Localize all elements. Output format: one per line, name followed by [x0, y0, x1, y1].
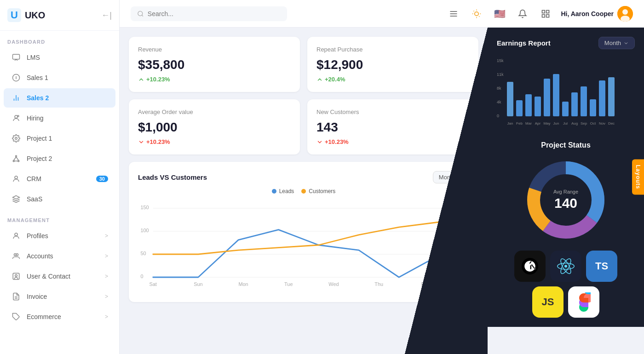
svg-rect-71	[562, 102, 569, 116]
avg-order-change: +10.23%	[138, 138, 291, 145]
sidebar-item-project2[interactable]: Project 2	[4, 149, 115, 168]
search-box[interactable]	[131, 6, 287, 21]
search-icon	[137, 10, 144, 17]
figma-icon[interactable]	[568, 286, 599, 318]
profiles-arrow-icon: >	[105, 233, 108, 239]
earnings-bar-chart: 15k 11k 8k 4k 0	[497, 57, 635, 130]
sidebar-item-sales2[interactable]: Sales 2	[4, 88, 115, 108]
sidebar-item-hiring[interactable]: Hiring	[4, 108, 115, 128]
content-dark: Earnings Report Month 15k 11k 8k 4k 0	[488, 28, 644, 327]
metrics-grid: Revenue $35,800 +10.23% Repeat Purchase …	[129, 37, 478, 154]
svg-point-97	[564, 265, 567, 268]
grid-icon-button[interactable]	[538, 6, 553, 22]
svg-point-10	[16, 155, 17, 157]
new-customers-change: +10.23%	[316, 138, 469, 145]
nextjs-icon[interactable]	[514, 251, 546, 282]
bell-icon	[518, 9, 527, 18]
ecommerce-icon	[11, 312, 21, 322]
sidebar-item-user-contact-label: User & Contact	[27, 273, 70, 280]
revenue-change: +10.23%	[138, 76, 291, 83]
leads-filter-dropdown[interactable]: Month	[433, 171, 469, 183]
monitor-icon	[11, 52, 21, 63]
sun-icon	[472, 9, 481, 18]
sidebar-item-sales2-label: Sales 2	[27, 94, 49, 102]
sidebar-item-ecommerce[interactable]: Ecommerce >	[4, 307, 115, 326]
contact-icon	[11, 271, 21, 281]
invoice-arrow-icon: >	[105, 293, 108, 300]
svg-rect-70	[553, 74, 559, 116]
leads-title: Leads VS Customers	[138, 173, 207, 181]
svg-rect-76	[608, 77, 615, 116]
sidebar-item-accounts-label: Accounts	[27, 252, 53, 260]
svg-text:Apr: Apr	[535, 121, 541, 126]
avg-range-value: 140	[553, 195, 578, 211]
crm-badge: 30	[96, 176, 108, 182]
leads-legend: Leads Customers	[138, 188, 469, 194]
svg-text:Wed: Wed	[328, 281, 339, 287]
search-input[interactable]	[148, 10, 281, 17]
sidebar-item-lms-label: LMS	[27, 54, 40, 61]
sidebar-item-accounts[interactable]: Accounts >	[4, 246, 115, 266]
svg-line-14	[16, 157, 18, 160]
earnings-card-dark: Earnings Report Month 15k 11k 8k 4k 0	[497, 37, 635, 132]
svg-text:4k: 4k	[497, 100, 501, 104]
svg-text:Sat: Sat	[150, 281, 157, 287]
content-area: Revenue $35,800 +10.23% Repeat Purchase …	[120, 28, 644, 354]
svg-point-7	[15, 115, 17, 118]
down-arrow-icon2	[316, 139, 323, 145]
content-light: Revenue $35,800 +10.23% Repeat Purchase …	[120, 28, 488, 354]
sidebar-item-saas[interactable]: SaaS	[4, 189, 115, 209]
javascript-icon[interactable]: JS	[532, 286, 564, 318]
leads-legend-item: Leads	[272, 188, 294, 194]
flag-icon-button[interactable]: 🇺🇸	[492, 6, 507, 22]
user-name: Hi, Aaron Cooper	[561, 10, 614, 17]
svg-text:Mon: Mon	[238, 281, 248, 287]
sidebar-item-profiles[interactable]: Profiles >	[4, 226, 115, 246]
svg-text:8k: 8k	[497, 86, 501, 91]
collapse-sidebar-button[interactable]: ←|	[101, 11, 112, 20]
hiring-icon	[11, 113, 21, 123]
js-label: JS	[542, 296, 554, 308]
typescript-icon[interactable]: TS	[586, 251, 617, 282]
svg-point-43	[622, 9, 628, 15]
sidebar-item-crm[interactable]: CRM 30	[4, 169, 115, 188]
avg-range-label: Avg Range	[553, 189, 578, 194]
sidebar-item-invoice[interactable]: Invoice >	[4, 287, 115, 306]
sidebar-item-profiles-label: Profiles	[27, 232, 48, 240]
donut-chart-container: Avg Range 140	[497, 159, 635, 241]
react-icon[interactable]	[550, 251, 581, 282]
layouts-tab[interactable]: Layouts	[632, 159, 644, 194]
svg-text:Oct: Oct	[590, 121, 596, 126]
menu-icon-button[interactable]	[446, 6, 461, 22]
svg-line-27	[142, 15, 143, 16]
svg-rect-66	[516, 100, 523, 116]
svg-rect-40	[546, 14, 549, 17]
svg-text:150: 150	[140, 205, 149, 210]
earnings-title: Earnings Report	[497, 39, 551, 47]
svg-text:Feb: Feb	[516, 121, 523, 126]
next-logo	[522, 258, 538, 274]
svg-rect-72	[571, 92, 578, 116]
bell-icon-button[interactable]	[515, 6, 530, 22]
sidebar-item-sales1[interactable]: Sales 1	[4, 68, 115, 87]
svg-text:Aug: Aug	[571, 121, 578, 126]
sun-icon-button[interactable]	[469, 6, 484, 22]
svg-point-18	[15, 233, 17, 236]
user-info[interactable]: Hi, Aaron Cooper	[561, 6, 633, 22]
sidebar-item-user-contact[interactable]: User & Contact >	[4, 267, 115, 286]
ts-label: TS	[595, 260, 608, 272]
sidebar-item-hiring-label: Hiring	[27, 114, 44, 122]
sidebar-item-lms[interactable]: LMS	[4, 48, 115, 67]
grid-icon	[541, 9, 550, 18]
svg-rect-75	[599, 80, 605, 116]
donut-chart: Avg Range 140	[524, 159, 607, 241]
project-status-card: Project Status	[497, 141, 635, 241]
sidebar-item-project1[interactable]: Project 1	[4, 129, 115, 148]
sidebar-item-ecommerce-label: Ecommerce	[27, 313, 61, 320]
menu-icon	[449, 9, 458, 18]
earnings-filter-dropdown[interactable]: Month	[598, 37, 635, 49]
chart-icon	[11, 93, 21, 103]
svg-rect-41	[542, 14, 545, 17]
ecommerce-arrow-icon: >	[105, 314, 108, 320]
avg-order-label: Average Order value	[138, 108, 291, 115]
